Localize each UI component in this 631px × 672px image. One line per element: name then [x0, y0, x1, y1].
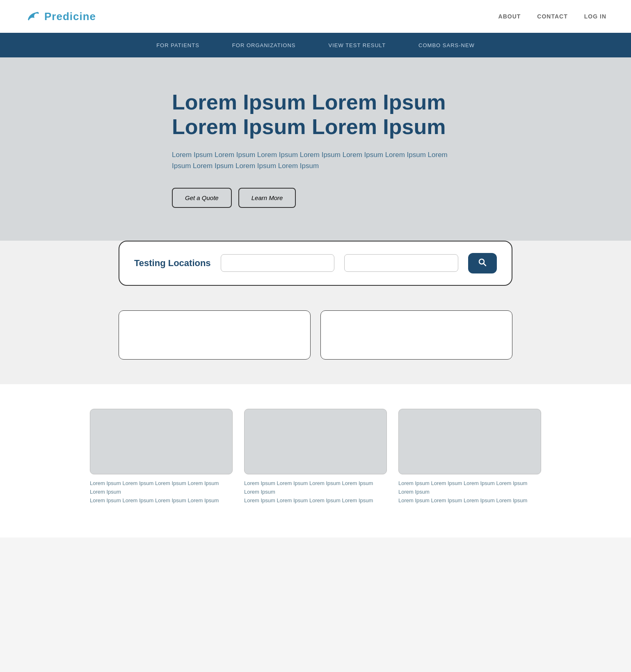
get-quote-button[interactable]: Get a Quote: [172, 188, 232, 208]
testing-section: Testing Locations: [0, 241, 631, 302]
hero-buttons: Get a Quote Learn More: [172, 188, 459, 208]
map-card-right: [320, 310, 512, 360]
about-link[interactable]: ABOUT: [498, 13, 521, 20]
article-text-1: Lorem Ipsum Lorem Ipsum Lorem Ipsum Lore…: [90, 479, 233, 505]
articles-section: Lorem Ipsum Lorem Ipsum Lorem Ipsum Lore…: [0, 384, 631, 538]
login-link[interactable]: LOG IN: [584, 13, 606, 20]
hero-subtitle: Lorem Ipsum Lorem Ipsum Lorem Ipsum Lore…: [172, 149, 459, 171]
contact-link[interactable]: CONTACT: [537, 13, 567, 20]
hero-title: Lorem Ipsum Lorem Ipsum Lorem Ipsum Lore…: [172, 90, 459, 139]
testing-search-button[interactable]: [468, 253, 497, 273]
search-icon: [478, 257, 487, 267]
article-card-1: Lorem Ipsum Lorem Ipsum Lorem Ipsum Lore…: [90, 409, 233, 505]
article-image-3: [398, 409, 541, 474]
testing-input-1[interactable]: [221, 254, 335, 272]
map-section: [0, 302, 631, 384]
testing-card: Testing Locations: [119, 241, 512, 286]
article-text-2: Lorem Ipsum Lorem Ipsum Lorem Ipsum Lore…: [244, 479, 387, 505]
article-card-2: Lorem Ipsum Lorem Ipsum Lorem Ipsum Lore…: [244, 409, 387, 505]
articles-grid: Lorem Ipsum Lorem Ipsum Lorem Ipsum Lore…: [90, 409, 541, 505]
testing-locations-title: Testing Locations: [134, 258, 211, 269]
map-card-left: [119, 310, 311, 360]
top-nav-links: ABOUT CONTACT LOG IN: [498, 13, 606, 20]
map-cards: [119, 310, 512, 360]
logo[interactable]: Predicine: [25, 8, 96, 25]
top-nav: Predicine ABOUT CONTACT LOG IN: [0, 0, 631, 33]
secondary-nav: FOR PATIENTS FOR ORGANIZATIONS VIEW TEST…: [0, 33, 631, 57]
logo-icon: [25, 8, 41, 25]
hero-section: Lorem Ipsum Lorem Ipsum Lorem Ipsum Lore…: [0, 57, 631, 257]
article-text-3: Lorem Ipsum Lorem Ipsum Lorem Ipsum Lore…: [398, 479, 541, 505]
testing-input-2[interactable]: [344, 254, 458, 272]
nav-for-patients[interactable]: FOR PATIENTS: [156, 42, 199, 48]
nav-for-organizations[interactable]: FOR ORGANIZATIONS: [232, 42, 296, 48]
article-image-2: [244, 409, 387, 474]
nav-view-test-result[interactable]: VIEW TEST RESULT: [329, 42, 386, 48]
article-card-3: Lorem Ipsum Lorem Ipsum Lorem Ipsum Lore…: [398, 409, 541, 505]
nav-combo-sars[interactable]: COMBO SARS-NEW: [418, 42, 475, 48]
article-image-1: [90, 409, 233, 474]
logo-text: Predicine: [44, 10, 96, 23]
svg-line-1: [484, 264, 486, 266]
learn-more-button[interactable]: Learn More: [238, 188, 296, 208]
